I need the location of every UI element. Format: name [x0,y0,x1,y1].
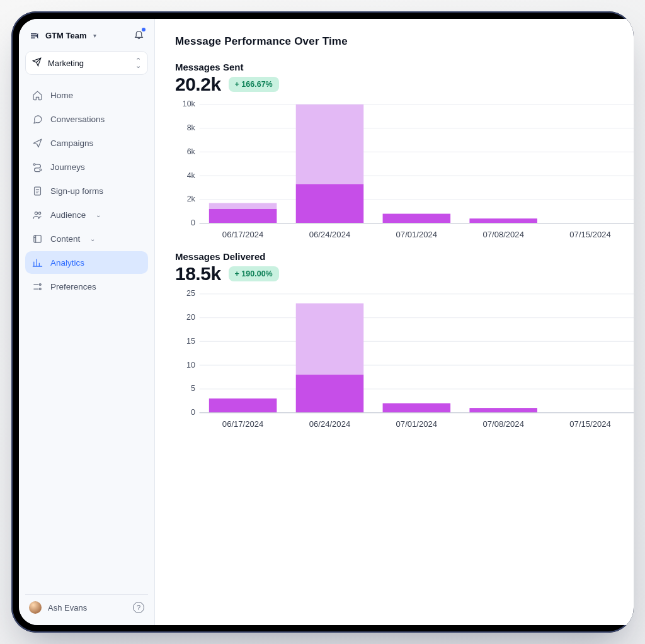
journey-icon [31,161,43,172]
svg-text:0: 0 [191,218,195,227]
svg-text:25: 25 [186,289,195,298]
sidebar-item-conversations[interactable]: Conversations [25,108,148,130]
messages-sent-chart: 02k4k6k8k10k06/17/202406/24/202407/01/20… [175,100,634,232]
svg-rect-28 [469,218,537,223]
user-menu[interactable]: Ash Evans ? [25,594,148,620]
svg-rect-51 [469,408,537,413]
svg-rect-44 [209,398,277,413]
sidebar: GTM Team ▾ Marketing ⌃⌄ HomeConversation… [19,19,155,625]
sidebar-item-label: Analytics [50,258,84,268]
metric-title: Messages Sent [175,62,634,72]
svg-text:06/17/2024: 06/17/2024 [222,419,263,429]
delta-badge: + 190.00% [229,266,279,281]
metric-value: 18.5k [175,263,221,285]
chat-icon [31,113,43,125]
metric-messages-sent: Messages Sent 20.2k + 166.67% 02k4k6k8k1… [175,62,634,232]
form-icon [31,185,43,196]
home-icon [31,89,43,101]
tablet-frame: GTM Team ▾ Marketing ⌃⌄ HomeConversation… [11,11,634,633]
metric-messages-delivered: Messages Delivered 18.5k + 190.00% 05101… [175,251,634,422]
svg-text:5: 5 [191,384,195,393]
delta-badge: + 166.67% [229,77,279,92]
audience-icon [31,209,43,220]
svg-rect-26 [383,214,451,223]
sidebar-item-label: Campaigns [50,138,93,148]
svg-text:07/08/2024: 07/08/2024 [482,230,523,239]
svg-text:0: 0 [191,408,195,417]
svg-point-4 [38,212,41,214]
analytics-icon [31,257,43,268]
app-screen: GTM Team ▾ Marketing ⌃⌄ HomeConversation… [19,19,634,625]
svg-text:15: 15 [186,337,195,346]
sidebar-item-label: Content [50,234,80,244]
avatar [29,601,42,614]
svg-text:06/24/2024: 06/24/2024 [309,230,350,239]
sort-icon: ⌃⌄ [135,58,141,68]
svg-rect-49 [383,404,451,413]
svg-text:2k: 2k [187,195,196,203]
preferences-icon [31,281,43,292]
sidebar-item-label: Home [50,91,73,100]
sidebar-item-label: Conversations [50,115,105,124]
sidebar-nav: HomeConversationsCampaignsJourneysSign-u… [25,84,148,298]
paper-plane-icon [32,57,42,69]
workspace-picker[interactable]: Marketing ⌃⌄ [25,51,148,75]
metric-title: Messages Delivered [175,251,634,262]
svg-text:10k: 10k [183,99,196,108]
svg-rect-23 [296,105,364,184]
sidebar-item-label: Preferences [50,282,96,291]
svg-text:8k: 8k [187,123,196,132]
team-name: GTM Team [45,31,87,40]
svg-text:07/15/2024: 07/15/2024 [569,230,610,239]
sidebar-item-label: Sign-up forms [50,186,103,196]
sidebar-item-home[interactable]: Home [25,84,148,106]
user-name: Ash Evans [48,603,87,613]
sidebar-item-content[interactable]: Content⌄ [25,227,148,250]
svg-text:07/01/2024: 07/01/2024 [396,419,437,429]
team-switcher[interactable]: GTM Team ▾ [25,25,148,48]
svg-text:4k: 4k [187,171,196,180]
svg-rect-5 [33,235,40,242]
svg-text:07/08/2024: 07/08/2024 [482,419,523,429]
help-button[interactable]: ? [133,602,144,613]
svg-text:10: 10 [186,361,195,370]
svg-text:20: 20 [186,313,195,322]
app-logo-icon [29,30,40,42]
chevron-down-icon: ⌄ [96,212,101,218]
page-title: Message Performance Over Time [175,35,634,48]
metric-value: 20.2k [175,74,221,95]
sidebar-item-label: Journeys [50,162,85,172]
workspace-picker-label: Marketing [48,59,84,68]
svg-text:06/17/2024: 06/17/2024 [222,230,263,239]
sidebar-item-analytics[interactable]: Analytics [25,251,148,274]
svg-rect-47 [296,375,364,412]
sidebar-item-label: Audience [50,210,86,220]
sidebar-item-campaigns[interactable]: Campaigns [25,132,148,154]
svg-rect-21 [209,209,277,223]
content-icon [31,233,43,244]
sidebar-item-audience[interactable]: Audience⌄ [25,203,148,226]
svg-text:07/01/2024: 07/01/2024 [396,230,437,239]
svg-text:6k: 6k [187,147,196,156]
svg-point-1 [40,169,42,171]
sidebar-item-sign-up-forms[interactable]: Sign-up forms [25,179,148,202]
chevron-down-icon: ⌄ [90,235,95,242]
chevron-down-icon: ▾ [93,32,96,39]
svg-rect-24 [296,184,364,223]
svg-rect-20 [209,203,277,209]
svg-text:07/15/2024: 07/15/2024 [569,419,610,429]
sidebar-item-journeys[interactable]: Journeys [25,155,148,178]
main-content: Message Performance Over Time Messages S… [155,19,634,625]
svg-point-3 [35,212,37,214]
sidebar-item-preferences[interactable]: Preferences [25,275,148,298]
svg-text:06/24/2024: 06/24/2024 [309,419,350,429]
svg-rect-46 [296,303,364,375]
send-icon [31,137,43,149]
messages-delivered-chart: 051015202506/17/202406/24/202407/01/2024… [175,290,634,422]
notifications-button[interactable] [134,29,144,42]
